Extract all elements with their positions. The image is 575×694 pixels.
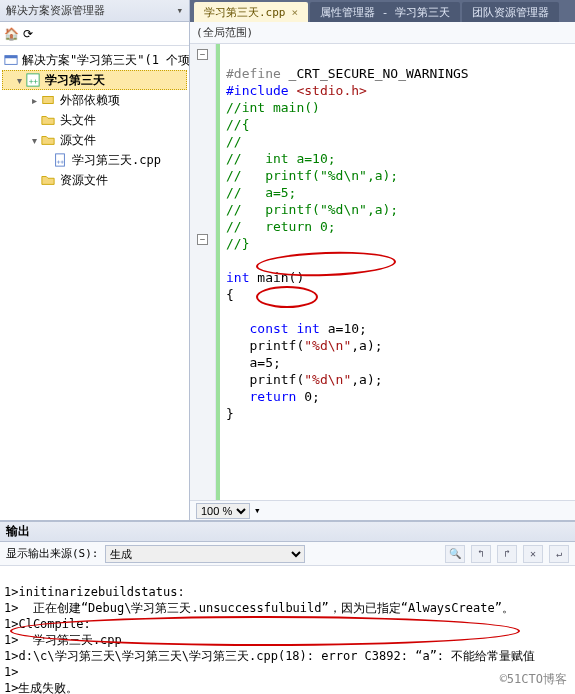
- svg-rect-4: [43, 97, 54, 104]
- headers-node[interactable]: 头文件: [2, 110, 187, 130]
- tab-source-file[interactable]: 学习第三天.cpp×: [194, 2, 308, 22]
- output-toolbar: 显示输出来源(S): 生成 🔍 ↰ ↱ ✕ ↵: [0, 542, 575, 566]
- solution-icon: [4, 52, 18, 68]
- svg-rect-1: [5, 56, 17, 59]
- clear-icon[interactable]: ✕: [523, 545, 543, 563]
- solution-tree[interactable]: 解决方案"学习第三天"(1 个项 ▾ ++ 学习第三天 ▸ 外部依赖项 头文件 …: [0, 46, 189, 520]
- home-icon[interactable]: 🏠: [4, 27, 19, 41]
- external-deps-node[interactable]: ▸ 外部依赖项: [2, 90, 187, 110]
- code-area: − − #define _CRT_SECURE_NO_WARNINGS #inc…: [190, 44, 575, 500]
- source-file-node[interactable]: ++ 学习第三天.cpp: [2, 150, 187, 170]
- zoom-select[interactable]: 100 %: [196, 503, 250, 519]
- svg-text:++: ++: [57, 158, 65, 165]
- sources-node[interactable]: ▾ 源文件: [2, 130, 187, 150]
- solution-toolbar: 🏠 ⟳: [0, 22, 189, 46]
- expander-icon[interactable]: ▾: [13, 75, 25, 86]
- collapse-icon[interactable]: −: [197, 49, 208, 60]
- zoom-bar: 100 % ▾: [190, 500, 575, 520]
- folder-icon: [40, 172, 56, 188]
- annotation-circle: [256, 286, 318, 308]
- cpp-file-icon: ++: [52, 152, 68, 168]
- collapse-icon[interactable]: −: [197, 234, 208, 245]
- goto-prev-icon[interactable]: ↰: [471, 545, 491, 563]
- project-node[interactable]: ▾ ++ 学习第三天: [2, 70, 187, 90]
- dropdown-icon[interactable]: ▾: [254, 504, 261, 517]
- outline-gutter: − −: [190, 44, 216, 500]
- expander-icon[interactable]: ▸: [28, 95, 40, 106]
- editor-tabs: 学习第三天.cpp× 属性管理器 - 学习第三天 团队资源管理器: [190, 0, 575, 22]
- solution-panel-header: 解决方案资源管理器 ▾: [0, 0, 189, 22]
- folder-icon: [40, 112, 56, 128]
- scope-bar[interactable]: (全局范围): [190, 22, 575, 44]
- close-icon[interactable]: ×: [292, 6, 299, 19]
- expander-icon[interactable]: ▾: [28, 135, 40, 146]
- cpp-project-icon: ++: [25, 72, 41, 88]
- solution-panel-title: 解决方案资源管理器: [6, 3, 176, 18]
- goto-next-icon[interactable]: ↱: [497, 545, 517, 563]
- refresh-icon[interactable]: ⟳: [23, 27, 33, 41]
- output-source-label: 显示输出来源(S):: [6, 546, 99, 561]
- svg-text:++: ++: [29, 77, 39, 86]
- tab-team-explorer[interactable]: 团队资源管理器: [462, 2, 559, 22]
- solution-explorer: 解决方案资源管理器 ▾ 🏠 ⟳ 解决方案"学习第三天"(1 个项 ▾ ++ 学习…: [0, 0, 190, 520]
- folder-open-icon: [40, 132, 56, 148]
- find-icon[interactable]: 🔍: [445, 545, 465, 563]
- refs-icon: [40, 92, 56, 108]
- solution-root[interactable]: 解决方案"学习第三天"(1 个项: [2, 50, 187, 70]
- output-panel: 输出 显示输出来源(S): 生成 🔍 ↰ ↱ ✕ ↵ 1>initinarize…: [0, 520, 575, 694]
- output-source-select[interactable]: 生成: [105, 545, 305, 563]
- output-title: 输出: [0, 522, 575, 542]
- code-editor[interactable]: #define _CRT_SECURE_NO_WARNINGS #include…: [220, 44, 575, 500]
- pin-icon[interactable]: ▾: [176, 4, 183, 17]
- resources-node[interactable]: 资源文件: [2, 170, 187, 190]
- output-content[interactable]: 1>initinarizebuildstatus: 1> 正在创建“Debug\…: [0, 566, 575, 694]
- editor-panel: 学习第三天.cpp× 属性管理器 - 学习第三天 团队资源管理器 (全局范围) …: [190, 0, 575, 520]
- watermark: ©51CTO博客: [500, 671, 567, 688]
- wrap-icon[interactable]: ↵: [549, 545, 569, 563]
- tab-property-manager[interactable]: 属性管理器 - 学习第三天: [310, 2, 460, 22]
